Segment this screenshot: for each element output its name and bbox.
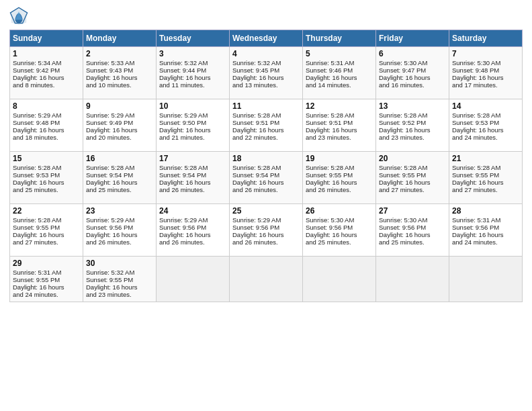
calendar-cell: 13Sunrise: 5:28 AMSunset: 9:52 PMDayligh… [376, 99, 449, 152]
day-number: 19 [306, 154, 373, 163]
day-info: and 21 minutes. [159, 134, 226, 141]
day-info: Sunrise: 5:28 AM [306, 111, 373, 119]
day-info: Daylight: 16 hours [306, 126, 373, 134]
day-info: and 24 minutes. [452, 238, 519, 246]
day-info: and 26 minutes. [306, 186, 373, 193]
day-info: and 24 minutes. [13, 291, 80, 298]
calendar-cell [230, 257, 303, 302]
day-info: Sunrise: 5:28 AM [232, 164, 300, 171]
day-info: Daylight: 16 hours [13, 126, 80, 134]
calendar-cell: 20Sunrise: 5:28 AMSunset: 9:55 PMDayligh… [376, 152, 449, 204]
calendar-cell: 29Sunrise: 5:31 AMSunset: 9:55 PMDayligh… [10, 257, 83, 302]
header [9, 7, 523, 26]
day-number: 24 [159, 206, 226, 216]
day-info: Daylight: 16 hours [452, 179, 519, 186]
day-number: 30 [86, 259, 153, 268]
day-info: and 13 minutes. [232, 81, 300, 89]
calendar-week-2: 8Sunrise: 5:29 AMSunset: 9:48 PMDaylight… [10, 99, 523, 152]
day-info: Sunset: 9:56 PM [379, 224, 446, 231]
day-info: Daylight: 16 hours [159, 231, 226, 238]
day-info: Sunrise: 5:28 AM [379, 164, 446, 171]
calendar-cell: 1Sunrise: 5:34 AMSunset: 9:42 PMDaylight… [10, 47, 83, 99]
day-info: Sunset: 9:55 PM [13, 224, 80, 231]
day-info: Sunset: 9:43 PM [86, 66, 153, 74]
calendar-cell: 14Sunrise: 5:28 AMSunset: 9:53 PMDayligh… [449, 99, 523, 152]
day-info: and 14 minutes. [306, 81, 373, 89]
day-info: Sunrise: 5:31 AM [13, 269, 80, 276]
day-info: Sunrise: 5:31 AM [452, 216, 519, 224]
calendar-cell: 4Sunrise: 5:32 AMSunset: 9:45 PMDaylight… [230, 47, 303, 99]
day-info: and 27 minutes. [379, 186, 446, 193]
day-info: Sunrise: 5:28 AM [232, 111, 300, 119]
day-info: Sunrise: 5:30 AM [379, 216, 446, 224]
calendar-cell: 30Sunrise: 5:32 AMSunset: 9:55 PMDayligh… [83, 257, 157, 302]
calendar-cell: 27Sunrise: 5:30 AMSunset: 9:56 PMDayligh… [376, 204, 449, 257]
day-info: and 22 minutes. [232, 134, 300, 141]
page-container: SundayMondayTuesdayWednesdayThursdayFrid… [0, 0, 532, 309]
day-info: Sunset: 9:53 PM [13, 171, 80, 179]
calendar-week-3: 15Sunrise: 5:28 AMSunset: 9:53 PMDayligh… [10, 152, 523, 204]
day-info: Daylight: 16 hours [86, 231, 153, 238]
calendar-cell: 26Sunrise: 5:30 AMSunset: 9:56 PMDayligh… [303, 204, 376, 257]
day-number: 5 [306, 49, 373, 58]
day-info: Sunrise: 5:28 AM [452, 111, 519, 119]
day-info: and 16 minutes. [379, 81, 446, 89]
calendar-cell: 8Sunrise: 5:29 AMSunset: 9:48 PMDaylight… [10, 99, 83, 152]
day-info: Sunset: 9:54 PM [232, 171, 300, 179]
day-number: 13 [379, 101, 446, 111]
day-info: Sunrise: 5:29 AM [159, 216, 226, 224]
calendar-cell: 16Sunrise: 5:28 AMSunset: 9:54 PMDayligh… [83, 152, 157, 204]
day-number: 26 [306, 206, 373, 216]
day-info: Sunrise: 5:32 AM [232, 59, 300, 66]
day-info: Daylight: 16 hours [159, 74, 226, 81]
calendar-week-4: 22Sunrise: 5:28 AMSunset: 9:55 PMDayligh… [10, 204, 523, 257]
day-number: 4 [232, 49, 300, 58]
day-info: Sunset: 9:47 PM [379, 66, 446, 74]
calendar-cell [376, 257, 449, 302]
calendar-week-5: 29Sunrise: 5:31 AMSunset: 9:55 PMDayligh… [10, 257, 523, 302]
calendar-cell: 15Sunrise: 5:28 AMSunset: 9:53 PMDayligh… [10, 152, 83, 204]
day-number: 16 [86, 154, 153, 163]
day-info: and 25 minutes. [379, 238, 446, 246]
day-info: Sunset: 9:56 PM [452, 224, 519, 231]
col-header-friday: Friday [376, 30, 449, 47]
day-info: Sunrise: 5:29 AM [232, 216, 300, 224]
day-info: Daylight: 16 hours [379, 179, 446, 186]
day-info: Sunset: 9:56 PM [159, 224, 226, 231]
day-info: Sunset: 9:54 PM [159, 171, 226, 179]
day-number: 28 [452, 206, 519, 216]
day-info: Daylight: 16 hours [452, 231, 519, 238]
day-info: Sunset: 9:48 PM [13, 119, 80, 126]
day-info: Sunset: 9:54 PM [86, 171, 153, 179]
day-info: and 10 minutes. [86, 81, 153, 89]
day-number: 11 [232, 101, 300, 111]
calendar-cell: 22Sunrise: 5:28 AMSunset: 9:55 PMDayligh… [10, 204, 83, 257]
day-number: 27 [379, 206, 446, 216]
day-info: Daylight: 16 hours [232, 74, 300, 81]
logo-icon [9, 7, 28, 26]
day-info: Daylight: 16 hours [86, 74, 153, 81]
day-number: 29 [13, 259, 80, 268]
calendar-cell [303, 257, 376, 302]
calendar-cell: 2Sunrise: 5:33 AMSunset: 9:43 PMDaylight… [83, 47, 157, 99]
day-info: and 26 minutes. [232, 238, 300, 246]
calendar-cell: 11Sunrise: 5:28 AMSunset: 9:51 PMDayligh… [230, 99, 303, 152]
day-info: Sunset: 9:55 PM [306, 171, 373, 179]
day-info: and 26 minutes. [159, 186, 226, 193]
day-info: Sunset: 9:52 PM [379, 119, 446, 126]
calendar-cell: 9Sunrise: 5:29 AMSunset: 9:49 PMDaylight… [83, 99, 157, 152]
day-info: Sunrise: 5:28 AM [306, 164, 373, 171]
day-info: and 11 minutes. [159, 81, 226, 89]
day-number: 7 [452, 49, 519, 58]
calendar-cell [449, 257, 523, 302]
calendar-cell: 18Sunrise: 5:28 AMSunset: 9:54 PMDayligh… [230, 152, 303, 204]
day-info: and 27 minutes. [452, 186, 519, 193]
day-info: Daylight: 16 hours [232, 179, 300, 186]
day-info: Sunrise: 5:33 AM [86, 59, 153, 66]
day-info: and 8 minutes. [13, 81, 80, 89]
day-number: 15 [13, 154, 80, 163]
day-info: and 23 minutes. [306, 134, 373, 141]
day-info: Daylight: 16 hours [306, 179, 373, 186]
day-info: Daylight: 16 hours [379, 231, 446, 238]
day-number: 14 [452, 101, 519, 111]
